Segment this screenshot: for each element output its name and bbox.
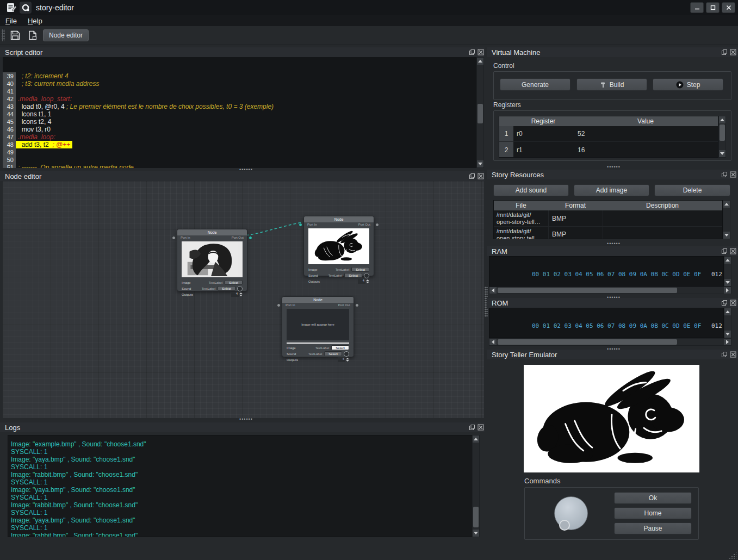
scroll-up-arrow[interactable]: [477, 58, 483, 65]
script-line[interactable]: 39 ; t2: increment 4: [3, 72, 476, 80]
sound-select-button[interactable]: Select: [324, 351, 342, 356]
node-editor-float-icon[interactable]: [468, 172, 475, 179]
delete-button[interactable]: Delete: [654, 184, 730, 196]
toolbar-drag-handle[interactable]: [2, 29, 5, 41]
scroll-track[interactable]: [497, 287, 724, 294]
command-knob[interactable]: [554, 496, 588, 530]
build-button[interactable]: Build: [576, 78, 647, 91]
scroll-up-arrow[interactable]: [723, 201, 730, 208]
scroll-track[interactable]: [473, 443, 479, 530]
scroll-up-arrow[interactable]: [724, 308, 731, 315]
script-line[interactable]: 49: [3, 148, 476, 156]
script-line[interactable]: 48 add t3, t2 ; @++: [3, 141, 476, 148]
rom-hex-view[interactable]: 00 01 02 03 04 05 06 07 08 09 0A 0B 0C 0…: [489, 308, 724, 338]
rom-vscrollbar[interactable]: [724, 308, 731, 338]
emulator-float-icon[interactable]: [721, 351, 728, 358]
scroll-up-arrow[interactable]: [473, 435, 479, 443]
splitter-handle[interactable]: [239, 418, 253, 421]
scroll-track[interactable]: [723, 208, 730, 232]
rom-float-icon[interactable]: [721, 299, 728, 306]
value-column-header[interactable]: Value: [573, 116, 718, 126]
window-resize-grip[interactable]: [729, 551, 736, 559]
maximize-button[interactable]: [706, 2, 720, 13]
input-port[interactable]: [277, 303, 281, 307]
scroll-right-arrow[interactable]: [724, 339, 731, 345]
scroll-thumb[interactable]: [477, 104, 483, 123]
media-node-yaya[interactable]: Node Port In Port Out ImageTextLabelSele…: [177, 229, 247, 291]
emulator-close-icon[interactable]: [729, 351, 736, 358]
save-button[interactable]: [8, 28, 22, 42]
sound-play-icon[interactable]: [364, 273, 369, 278]
node-title[interactable]: Node: [177, 229, 247, 235]
step-button[interactable]: Step: [653, 78, 723, 91]
script-line[interactable]: 42.media_loop_start:: [3, 95, 476, 103]
rom-close-icon[interactable]: [729, 299, 736, 306]
ram-close-icon[interactable]: [729, 247, 736, 254]
scroll-left-arrow[interactable]: [489, 287, 497, 294]
sound-play-icon[interactable]: [237, 286, 243, 291]
home-button[interactable]: Home: [614, 507, 692, 519]
logs-vscrollbar[interactable]: [472, 435, 480, 537]
format-column-header[interactable]: Format: [548, 201, 603, 210]
script-editor-text-area[interactable]: 39 ; t2: increment 440 ; t3: current med…: [3, 57, 476, 168]
scroll-down-arrow[interactable]: [724, 331, 731, 338]
table-row[interactable]: /mnt/data/git/open-story-tell BMP: [494, 227, 722, 239]
input-port[interactable]: [172, 236, 176, 240]
scroll-down-arrow[interactable]: [477, 160, 483, 167]
scroll-down-arrow[interactable]: [724, 279, 731, 286]
minimize-button[interactable]: [690, 2, 704, 13]
node-title[interactable]: Node: [282, 297, 354, 303]
scroll-track[interactable]: [477, 65, 483, 160]
scroll-thumb[interactable]: [473, 507, 479, 527]
logs-float-icon[interactable]: [468, 424, 475, 431]
script-line[interactable]: 47.media_loop:: [3, 133, 476, 141]
input-port[interactable]: [299, 223, 302, 227]
script-editor-close-icon[interactable]: [477, 48, 484, 55]
outputs-spinbox[interactable]: 4: [338, 357, 349, 362]
ram-float-icon[interactable]: [721, 247, 728, 254]
scroll-thumb[interactable]: [498, 339, 677, 345]
add-sound-button[interactable]: Add sound: [493, 184, 569, 196]
script-editor-float-icon[interactable]: [468, 48, 475, 55]
logs-close-icon[interactable]: [477, 424, 484, 431]
node-editor-close-icon[interactable]: [477, 172, 484, 179]
titlebar[interactable]: story-editor: [0, 0, 738, 15]
image-select-button[interactable]: Select: [351, 267, 369, 272]
menu-file[interactable]: File: [0, 16, 22, 26]
ram-vscrollbar[interactable]: [724, 256, 731, 287]
scroll-down-arrow[interactable]: [719, 150, 725, 157]
script-line[interactable]: 50: [3, 156, 476, 164]
output-port[interactable]: [249, 236, 252, 240]
scroll-track[interactable]: [724, 264, 731, 279]
script-line[interactable]: 41: [3, 88, 476, 95]
table-row[interactable]: /mnt/data/git/open-story-tell… BMP: [494, 210, 722, 227]
ram-hscrollbar[interactable]: [489, 287, 731, 294]
file-column-header[interactable]: File: [494, 201, 548, 210]
script-line[interactable]: 40 ; t3: current media address: [3, 80, 476, 88]
scroll-left-arrow[interactable]: [489, 339, 497, 345]
resources-vscrollbar[interactable]: [723, 200, 730, 239]
scroll-up-arrow[interactable]: [719, 116, 725, 123]
close-button[interactable]: [722, 2, 735, 13]
outputs-spinbox[interactable]: 4: [231, 292, 243, 297]
vm-float-icon[interactable]: [721, 48, 728, 55]
new-file-button[interactable]: [26, 28, 40, 42]
resources-float-icon[interactable]: [721, 171, 728, 178]
add-image-button[interactable]: Add image: [574, 184, 649, 196]
scroll-track[interactable]: [719, 123, 725, 150]
splitter-handle[interactable]: [607, 242, 621, 245]
ram-hex-view[interactable]: 00 01 02 03 04 05 06 07 08 09 0A 0B 0C 0…: [489, 256, 724, 287]
outputs-spinbox[interactable]: 4: [358, 279, 369, 284]
script-line[interactable]: 46 mov t3, r0: [3, 126, 476, 133]
scroll-thumb[interactable]: [720, 125, 725, 141]
scroll-down-arrow[interactable]: [473, 530, 479, 537]
output-port[interactable]: [355, 303, 359, 307]
table-row[interactable]: 2 r1 16: [499, 142, 718, 158]
rom-hscrollbar[interactable]: [489, 338, 731, 346]
output-port[interactable]: [375, 223, 379, 227]
register-column-header[interactable]: Register: [513, 116, 573, 126]
image-select-button[interactable]: Select: [331, 345, 349, 350]
media-node-rabbit[interactable]: Node Port In Port Out ImageTextLabelSele…: [303, 216, 374, 276]
vm-close-icon[interactable]: [729, 48, 736, 55]
description-column-header[interactable]: Description: [603, 201, 722, 210]
